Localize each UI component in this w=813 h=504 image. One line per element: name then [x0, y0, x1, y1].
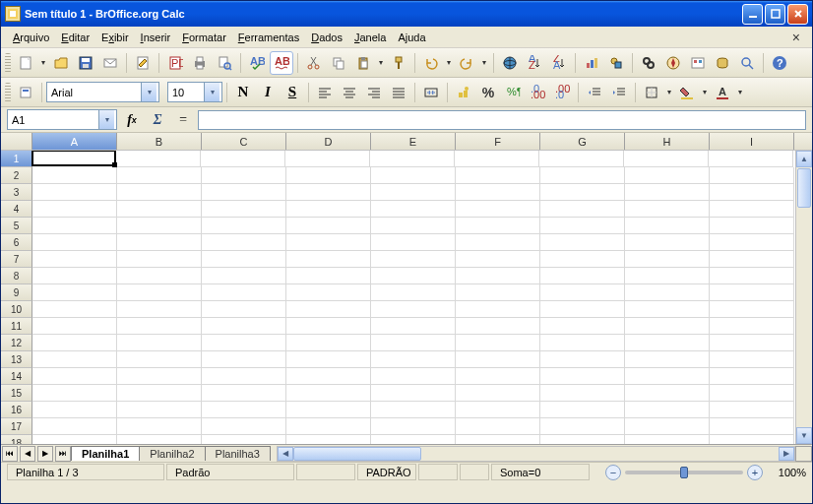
column-header-I[interactable]: I — [710, 133, 794, 150]
cell-H1[interactable] — [624, 151, 709, 167]
cell-E13[interactable] — [371, 351, 456, 368]
cell-reference-dropdown[interactable]: ▾ — [98, 110, 114, 129]
cell-I2[interactable] — [710, 167, 794, 184]
edit-doc-button[interactable] — [131, 51, 155, 75]
borders-button[interactable] — [640, 81, 663, 104]
cell-F14[interactable] — [456, 368, 540, 385]
cell-H6[interactable] — [625, 234, 710, 251]
cell-E9[interactable] — [371, 284, 456, 301]
cell-D7[interactable] — [286, 251, 371, 268]
row-header-7[interactable]: 7 — [1, 251, 32, 268]
cell-B8[interactable] — [117, 268, 202, 284]
data-sources-button[interactable] — [711, 51, 734, 75]
cell-A11[interactable] — [32, 318, 117, 335]
cell-A9[interactable] — [32, 284, 117, 301]
cell-D5[interactable] — [286, 218, 371, 234]
cell-I15[interactable] — [710, 385, 794, 402]
status-insert-mode[interactable]: PADRÃO — [357, 464, 416, 480]
cell-C7[interactable] — [202, 251, 286, 268]
cell-F4[interactable] — [456, 201, 540, 218]
cell-I12[interactable] — [710, 335, 794, 351]
status-page-style[interactable]: Padrão — [166, 464, 294, 480]
cell-G5[interactable] — [540, 218, 625, 234]
italic-button[interactable]: I — [256, 81, 280, 104]
cell-D14[interactable] — [286, 368, 371, 385]
cell-B14[interactable] — [117, 368, 202, 385]
cell-H2[interactable] — [625, 167, 710, 184]
cell-I7[interactable] — [710, 251, 794, 268]
cell-A7[interactable] — [32, 251, 117, 268]
cell-I6[interactable] — [710, 234, 794, 251]
scroll-thumb[interactable] — [797, 168, 811, 208]
menu-ajuda[interactable]: Ajuda — [392, 30, 431, 45]
zoom-knob[interactable] — [680, 467, 688, 478]
cell-reference-input[interactable] — [8, 110, 98, 129]
cell-B5[interactable] — [117, 218, 202, 234]
cell-B2[interactable] — [117, 167, 202, 184]
cell-A16[interactable] — [32, 402, 117, 418]
cell-H4[interactable] — [625, 201, 710, 218]
cell-C15[interactable] — [202, 385, 286, 402]
cell-H5[interactable] — [625, 218, 710, 234]
sort-desc-button[interactable]: ZA — [547, 51, 571, 75]
hscroll-thumb[interactable] — [293, 447, 421, 461]
cell-C3[interactable] — [202, 184, 286, 201]
cell-C13[interactable] — [202, 351, 286, 368]
cell-B12[interactable] — [117, 335, 202, 351]
cell-E10[interactable] — [371, 301, 456, 318]
cell-E12[interactable] — [371, 335, 456, 351]
cell-C10[interactable] — [202, 301, 286, 318]
insert-chart-button[interactable] — [580, 51, 603, 75]
cell-F10[interactable] — [456, 301, 540, 318]
cell-reference-combo[interactable]: ▾ — [7, 109, 117, 130]
cell-A18[interactable] — [32, 435, 117, 444]
cell-I9[interactable] — [710, 284, 794, 301]
fontcolor-dropdown[interactable]: ▾ — [735, 81, 745, 104]
maximize-button[interactable] — [765, 4, 785, 25]
cell-D16[interactable] — [286, 402, 371, 418]
cell-A6[interactable] — [32, 234, 117, 251]
cell-C16[interactable] — [202, 402, 286, 418]
percent-button[interactable]: % — [476, 81, 500, 104]
menu-janela[interactable]: Janela — [348, 30, 392, 45]
tab-first-button[interactable]: ⏮ — [2, 446, 18, 462]
spellcheck-button[interactable]: ABC — [245, 51, 269, 75]
cell-I16[interactable] — [710, 402, 794, 418]
cell-H7[interactable] — [625, 251, 710, 268]
hyperlink-button[interactable] — [498, 51, 522, 75]
merge-cells-button[interactable] — [419, 81, 443, 104]
scroll-up-button[interactable]: ▲ — [796, 151, 812, 167]
font-name-dropdown[interactable]: ▾ — [141, 83, 156, 101]
auto-spellcheck-button[interactable]: ABC — [270, 51, 293, 75]
cell-H18[interactable] — [625, 435, 710, 444]
cell-F6[interactable] — [456, 234, 540, 251]
cell-E11[interactable] — [371, 318, 456, 335]
cell-G17[interactable] — [540, 418, 625, 435]
cell-I10[interactable] — [710, 301, 794, 318]
cut-button[interactable] — [302, 51, 326, 75]
cell-I1[interactable] — [709, 151, 793, 167]
cell-I17[interactable] — [710, 418, 794, 435]
font-size-dropdown[interactable]: ▾ — [204, 83, 219, 101]
cell-G2[interactable] — [540, 167, 625, 184]
cell-F12[interactable] — [456, 335, 540, 351]
toolbar-grip[interactable] — [5, 53, 11, 73]
sum-button[interactable]: Σ — [147, 110, 168, 130]
align-right-button[interactable] — [362, 81, 386, 104]
cell-C4[interactable] — [202, 201, 286, 218]
cell-C14[interactable] — [202, 368, 286, 385]
cell-I14[interactable] — [710, 368, 794, 385]
cell-B18[interactable] — [117, 435, 202, 444]
font-color-button[interactable]: A — [711, 81, 734, 104]
cell-A15[interactable] — [32, 385, 117, 402]
sheet-tab-1[interactable]: Planilha1 — [71, 446, 140, 461]
paste-button[interactable] — [351, 51, 375, 75]
row-header-2[interactable]: 2 — [1, 167, 32, 184]
cell-I3[interactable] — [710, 184, 794, 201]
cell-F16[interactable] — [456, 402, 540, 418]
cell-C18[interactable] — [202, 435, 286, 444]
align-center-button[interactable] — [338, 81, 361, 104]
cell-H9[interactable] — [625, 284, 710, 301]
menu-inserir[interactable]: Inserir — [135, 30, 177, 45]
cell-F1[interactable] — [455, 151, 539, 167]
